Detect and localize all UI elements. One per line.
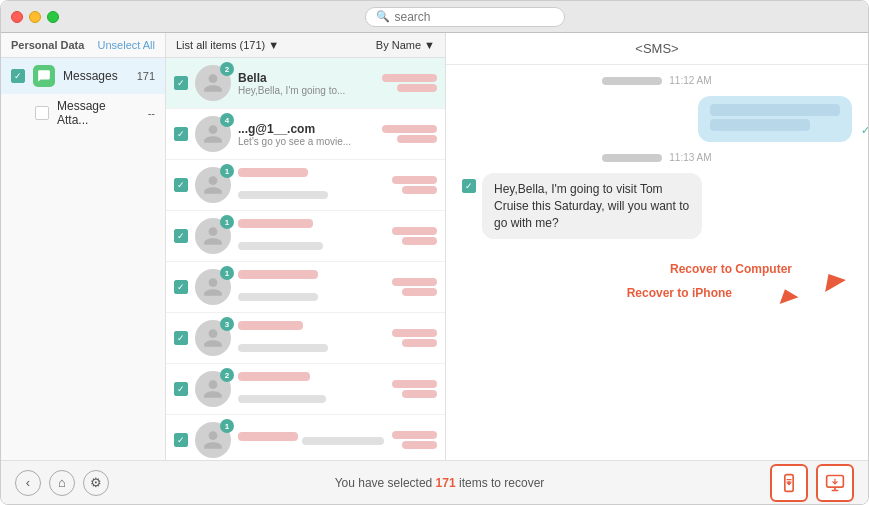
- redacted-info: [382, 125, 437, 133]
- search-input[interactable]: [395, 10, 535, 24]
- message-select-checkbox[interactable]: [462, 179, 476, 193]
- message-meta: [382, 74, 437, 92]
- list-item[interactable]: 1: [166, 262, 445, 313]
- item-checkbox[interactable]: [174, 433, 188, 447]
- incoming-row: Hey,Bella, I'm going to visit Tom Cruise…: [462, 173, 852, 239]
- avatar: 1: [195, 167, 231, 203]
- avatar: 1: [195, 422, 231, 458]
- attachments-label: Message Atta...: [57, 99, 140, 127]
- list-item[interactable]: 1: [166, 415, 445, 460]
- redacted-sender: [602, 77, 662, 85]
- home-button[interactable]: ⌂: [49, 470, 75, 496]
- messages-checkbox[interactable]: [11, 69, 25, 83]
- redacted-info: [397, 135, 437, 143]
- status-text: You have selected 171 items to recover: [109, 476, 770, 490]
- list-item[interactable]: 1: [166, 160, 445, 211]
- status-suffix: items to recover: [456, 476, 545, 490]
- message-preview: Hey,Bella, I'm going to...: [238, 85, 375, 96]
- item-checkbox[interactable]: [174, 331, 188, 345]
- list-item[interactable]: 2 Bella Hey,Bella, I'm going to...: [166, 58, 445, 109]
- contact-name: ...g@1__.com: [238, 122, 375, 136]
- message-badge: 2: [220, 62, 234, 76]
- item-checkbox[interactable]: [174, 127, 188, 141]
- item-checkbox[interactable]: [174, 229, 188, 243]
- attachments-checkbox[interactable]: [35, 106, 49, 120]
- message-content: [238, 431, 385, 449]
- sidebar-item-attachments[interactable]: Message Atta... --: [1, 94, 165, 132]
- redacted-content: [710, 104, 840, 116]
- chat-header-label: <SMS>: [635, 41, 678, 56]
- message-badge: 4: [220, 113, 234, 127]
- message-meta: [392, 329, 437, 347]
- message-badge: 1: [220, 164, 234, 178]
- message-content: ...g@1__.com Let's go yo see a movie...: [238, 122, 375, 147]
- avatar: 2: [195, 371, 231, 407]
- search-icon: 🔍: [376, 10, 390, 23]
- redacted-name: [238, 168, 308, 177]
- traffic-lights: [11, 11, 59, 23]
- messages-count: 171: [137, 70, 155, 82]
- message-content: [238, 320, 385, 356]
- chat-pane: <SMS> 11:12 AM ✓ 11:13 AM: [446, 33, 868, 460]
- list-item[interactable]: 3: [166, 313, 445, 364]
- search-input-wrap: 🔍: [365, 7, 565, 27]
- unselect-all-button[interactable]: Unselect All: [98, 39, 155, 51]
- selected-count: 171: [436, 476, 456, 490]
- list-header: List all items (171) ▼ By Name ▼: [166, 33, 445, 58]
- avatar: 4: [195, 116, 231, 152]
- message-content: [238, 371, 385, 407]
- redacted-content: [710, 119, 810, 131]
- recover-to-computer-button[interactable]: [816, 464, 854, 502]
- chat-messages: 11:12 AM ✓ 11:13 AM Hey,Be: [446, 65, 868, 460]
- list-item[interactable]: 2: [166, 364, 445, 415]
- list-all-items-label[interactable]: List all items (171) ▼: [176, 39, 279, 51]
- recover-to-computer-annotation: Recover to Computer: [670, 259, 792, 277]
- message-items: 2 Bella Hey,Bella, I'm going to... 4: [166, 58, 445, 460]
- item-checkbox[interactable]: [174, 382, 188, 396]
- outgoing-message-row: ✓: [462, 96, 852, 142]
- attachments-count: --: [148, 107, 155, 119]
- message-meta: [392, 431, 437, 449]
- arrow-icon: [776, 286, 799, 304]
- search-bar: 🔍: [71, 7, 858, 27]
- main-layout: Personal Data Unselect All Messages 171 …: [1, 33, 868, 460]
- message-meta: [392, 176, 437, 194]
- messages-label: Messages: [63, 69, 129, 83]
- maximize-button[interactable]: [47, 11, 59, 23]
- message-content: [238, 167, 385, 203]
- arrow-icon: [818, 268, 846, 292]
- item-checkbox[interactable]: [174, 76, 188, 90]
- item-checkbox[interactable]: [174, 280, 188, 294]
- redacted-info: [382, 74, 437, 82]
- redacted-name: [238, 432, 298, 441]
- chat-header: <SMS>: [446, 33, 868, 65]
- avatar: 3: [195, 320, 231, 356]
- minimize-button[interactable]: [29, 11, 41, 23]
- sidebar-title: Personal Data: [11, 39, 84, 51]
- close-button[interactable]: [11, 11, 23, 23]
- sidebar-header: Personal Data Unselect All: [1, 33, 165, 58]
- contact-name: Bella: [238, 71, 375, 85]
- message-badge: 2: [220, 368, 234, 382]
- message-badge: 3: [220, 317, 234, 331]
- back-button[interactable]: ‹: [15, 470, 41, 496]
- message-meta: [382, 125, 437, 143]
- redacted-info: [402, 441, 437, 449]
- list-item[interactable]: 1: [166, 211, 445, 262]
- by-name-label[interactable]: By Name ▼: [376, 39, 435, 51]
- recover-to-iphone-button[interactable]: [770, 464, 808, 502]
- avatar: 1: [195, 269, 231, 305]
- item-checkbox[interactable]: [174, 178, 188, 192]
- incoming-message-row: Hey,Bella, I'm going to visit Tom Cruise…: [482, 173, 702, 239]
- redacted-info: [402, 237, 437, 245]
- status-prefix: You have selected: [335, 476, 436, 490]
- title-bar: 🔍: [1, 1, 868, 33]
- settings-button[interactable]: ⚙: [83, 470, 109, 496]
- sidebar-item-messages[interactable]: Messages 171: [1, 58, 165, 94]
- message-content: [238, 269, 385, 305]
- list-item[interactable]: 4 ...g@1__.com Let's go yo see a movie..…: [166, 109, 445, 160]
- redacted-name: [238, 270, 318, 279]
- redacted-info: [402, 339, 437, 347]
- message-badge: 1: [220, 419, 234, 433]
- avatar: 1: [195, 218, 231, 254]
